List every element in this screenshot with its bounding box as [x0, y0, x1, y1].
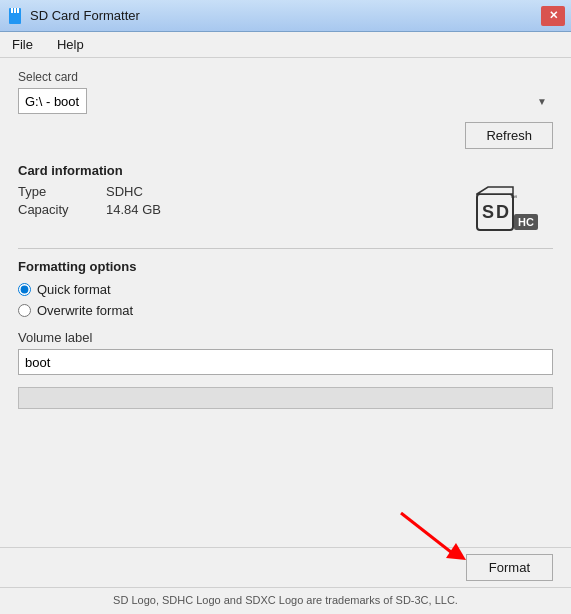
select-card-label: Select card [18, 70, 553, 84]
format-row: Format [0, 547, 571, 587]
format-button[interactable]: Format [466, 554, 553, 581]
quick-format-row: Quick format [18, 282, 553, 297]
format-options-title: Formatting options [18, 259, 553, 274]
svg-text:™: ™ [510, 194, 517, 201]
menu-help[interactable]: Help [53, 35, 88, 54]
quick-format-radio[interactable] [18, 283, 31, 296]
volume-label-title: Volume label [18, 330, 553, 345]
type-value: SDHC [106, 184, 143, 199]
window-title: SD Card Formatter [30, 8, 140, 23]
title-bar: SD Card Formatter ✕ [0, 0, 571, 32]
svg-text:S: S [482, 202, 494, 222]
capacity-key: Capacity [18, 202, 98, 217]
menu-bar: File Help [0, 32, 571, 58]
sdhc-logo: S D ™ HC [473, 184, 543, 234]
menu-file[interactable]: File [8, 35, 37, 54]
card-type-row: Type SDHC [18, 184, 473, 199]
overwrite-format-row: Overwrite format [18, 303, 553, 318]
svg-text:D: D [496, 202, 509, 222]
type-key: Type [18, 184, 98, 199]
volume-label-input[interactable] [18, 349, 553, 375]
card-info-title: Card information [18, 163, 553, 178]
sd-card-icon [6, 7, 24, 25]
volume-label-section: Volume label [18, 330, 553, 375]
red-arrow-icon [391, 508, 471, 563]
overwrite-format-label[interactable]: Overwrite format [37, 303, 133, 318]
progress-bar [18, 387, 553, 409]
select-card-row: G:\ - boot ▼ [18, 88, 553, 114]
footer-text: SD Logo, SDHC Logo and SDXC Logo are tra… [0, 587, 571, 614]
card-capacity-row: Capacity 14.84 GB [18, 202, 473, 217]
card-select[interactable]: G:\ - boot [18, 88, 87, 114]
svg-marker-5 [477, 187, 513, 194]
main-content: Select card G:\ - boot ▼ Refresh Card in… [0, 58, 571, 429]
overwrite-format-radio[interactable] [18, 304, 31, 317]
select-wrapper: G:\ - boot ▼ [18, 88, 553, 114]
refresh-button[interactable]: Refresh [465, 122, 553, 149]
sdhc-logo-svg: S D ™ HC [476, 186, 540, 232]
refresh-row: Refresh [18, 122, 553, 149]
chevron-down-icon: ▼ [537, 96, 547, 107]
card-info-table: Type SDHC Capacity 14.84 GB [18, 184, 473, 220]
svg-rect-3 [17, 8, 19, 13]
card-info-row: Type SDHC Capacity 14.84 GB S [18, 184, 553, 234]
capacity-value: 14.84 GB [106, 202, 161, 217]
close-button[interactable]: ✕ [541, 6, 565, 26]
footer-area: Format SD Logo, SDHC Logo and SDXC Logo … [0, 547, 571, 614]
svg-line-11 [401, 513, 456, 556]
divider [18, 248, 553, 249]
svg-rect-1 [11, 8, 13, 13]
quick-format-label[interactable]: Quick format [37, 282, 111, 297]
title-bar-left: SD Card Formatter [6, 7, 140, 25]
card-info-section: Card information Type SDHC Capacity 14.8… [18, 163, 553, 234]
svg-text:HC: HC [518, 216, 534, 228]
svg-rect-2 [14, 8, 16, 13]
format-options-section: Formatting options Quick format Overwrit… [18, 259, 553, 318]
arrow-indicator [391, 508, 471, 566]
